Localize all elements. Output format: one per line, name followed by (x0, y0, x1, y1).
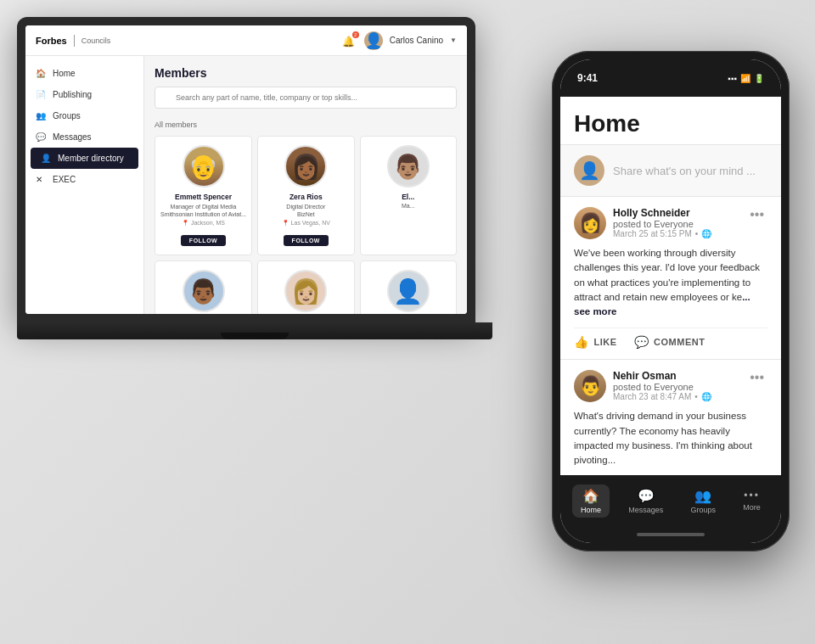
member-avatar-partial (387, 145, 430, 188)
sidebar-label-member-directory: Member directory (58, 154, 124, 163)
wifi-icon: 📶 (740, 74, 750, 83)
members-grid: Emmett Spencer Manager of Digital Media … (155, 136, 457, 314)
member-name-partial: El... (366, 193, 451, 201)
search-wrap: 🔍 (155, 87, 457, 114)
laptop-notch (221, 333, 289, 339)
post-separator-holly: • (695, 229, 699, 238)
sidebar-item-groups[interactable]: 👥 Groups (25, 105, 143, 126)
post-posted-to-nehir: posted to Everyone (613, 382, 711, 392)
username-label: Carlos Canino (390, 36, 443, 45)
phone-header: Home (560, 97, 781, 144)
phone-page-title: Home (574, 110, 767, 137)
member-name-emmett: Emmett Spencer (160, 193, 246, 201)
member-avatar-r2c1: 👨🏾 (183, 270, 225, 312)
follow-button-zera[interactable]: FOLLOW (284, 235, 329, 246)
member-avatar-r2c2: 👩🏼 (284, 270, 327, 312)
comment-button-holly[interactable]: 💬 COMMENT (634, 335, 705, 349)
post-meta-nehir: Nehir Osman posted to Everyone March 23 … (613, 370, 711, 401)
post-header-nehir: 👨 Nehir Osman posted to Everyone March 2… (574, 370, 767, 402)
laptop-sidebar: 🏠 Home 📄 Publishing 👥 Groups 💬 (25, 56, 144, 314)
laptop-body: Forbes Councils 2 👤 Carlos Canino ▼ (17, 17, 475, 322)
share-placeholder: Share what's on your mind ... (613, 165, 756, 177)
member-card-r2c1: 👨🏾 (155, 260, 252, 314)
phone-nav-messages[interactable]: 💬 Messages (620, 484, 672, 518)
post-more-nehir[interactable]: ••• (746, 370, 767, 385)
post-meta-holly: Holly Schneider posted to Everyone March… (613, 207, 711, 238)
phone-nav-more[interactable]: ••• More (734, 486, 769, 515)
post-posted-to-holly: posted to Everyone (613, 219, 711, 229)
laptop: Forbes Councils 2 👤 Carlos Canino ▼ (17, 17, 492, 373)
sidebar-item-exec[interactable]: ✕ EXEC (25, 169, 143, 190)
share-avatar: 👤 (574, 155, 604, 186)
councils-label: Councils (82, 36, 111, 45)
post-date-nehir: March 23 at 8:47 AM • 🌐 (613, 392, 711, 401)
topbar-right: 2 👤 Carlos Canino ▼ (342, 31, 457, 50)
post-body-holly: We've been working through diversity cha… (574, 246, 767, 319)
share-box[interactable]: 👤 Share what's on your mind ... (560, 144, 781, 197)
member-avatar-emmett (183, 145, 225, 188)
laptop-topbar: Forbes Councils 2 👤 Carlos Canino ▼ (25, 25, 467, 56)
members-title: Members (155, 66, 457, 80)
scene: Forbes Councils 2 👤 Carlos Canino ▼ (0, 0, 815, 644)
member-company-emmett: Smithsonian Institution of Aviat... (160, 211, 246, 217)
messages-icon: 💬 (36, 132, 46, 142)
phone-nav-groups[interactable]: 👥 Groups (683, 484, 725, 518)
post-date-holly: March 25 at 5:15 PM • 🌐 (613, 229, 711, 238)
post-avatar-holly: 👩 (574, 207, 606, 239)
exec-icon: ✕ (36, 175, 46, 184)
post-actions-holly: 👍 LIKE 💬 COMMENT (574, 328, 767, 349)
user-avatar[interactable]: 👤 (364, 31, 383, 50)
sidebar-item-messages[interactable]: 💬 Messages (25, 126, 143, 148)
member-directory-icon: 👤 (41, 154, 51, 163)
phone-content: Home 👤 Share what's on your mind ... (560, 97, 781, 475)
nav-messages-icon: 💬 (638, 488, 655, 504)
location-icon-emmett: 📍 (182, 220, 189, 226)
post-globe-holly: 🌐 (701, 229, 711, 238)
phone-nav-home[interactable]: 🏠 Home (572, 484, 610, 518)
member-company-zera: BizNet (263, 211, 348, 217)
member-title-zera: Digital Director (263, 203, 348, 210)
sidebar-item-publishing[interactable]: 📄 Publishing (25, 84, 143, 105)
sidebar-item-home[interactable]: 🏠 Home (25, 63, 143, 84)
laptop-base (17, 322, 492, 339)
phone-notch (637, 59, 705, 78)
post-card-nehir: 👨 Nehir Osman posted to Everyone March 2… (560, 360, 781, 475)
post-separator-nehir: • (694, 392, 698, 401)
post-more-holly[interactable]: ••• (746, 207, 767, 222)
sidebar-label-home: Home (53, 69, 76, 78)
comment-icon-holly: 💬 (634, 335, 649, 349)
nav-more-icon: ••• (744, 490, 760, 501)
notification-icon[interactable]: 2 (342, 33, 357, 48)
like-label-holly: LIKE (594, 337, 617, 347)
member-card-emmett: Emmett Spencer Manager of Digital Media … (155, 136, 252, 255)
post-header-holly: 👩 Holly Schneider posted to Everyone Mar… (574, 207, 767, 239)
nav-more-label: More (743, 503, 761, 512)
member-company-partial: Ma... (366, 203, 451, 209)
nav-messages-label: Messages (628, 506, 663, 514)
phone-bottom-nav: 🏠 Home 💬 Messages 👥 Groups ••• More (560, 475, 781, 526)
signal-icon: ▪▪▪ (728, 74, 737, 83)
location-icon-zera: 📍 (282, 220, 289, 226)
search-input[interactable] (155, 87, 457, 109)
post-author-name-holly: Holly Schneider (613, 207, 711, 219)
post-author-info-nehir: 👨 Nehir Osman posted to Everyone March 2… (574, 370, 711, 402)
notification-badge-count: 2 (352, 31, 359, 38)
laptop-logo: Forbes Councils (36, 35, 110, 47)
post-date-text-nehir: March 23 at 8:47 AM (613, 392, 691, 401)
sidebar-label-publishing: Publishing (53, 90, 92, 99)
member-avatar-r2c3: 👤 (387, 270, 430, 312)
member-avatar-zera (284, 145, 327, 188)
phone-home-bar (560, 526, 781, 543)
post-date-text-holly: March 25 at 5:15 PM (613, 229, 692, 238)
like-button-holly[interactable]: 👍 LIKE (574, 335, 617, 349)
user-dropdown-icon[interactable]: ▼ (450, 36, 457, 44)
follow-button-emmett[interactable]: FOLLOW (181, 235, 226, 246)
forbes-brand: Forbes (36, 36, 67, 46)
post-author-name-nehir: Nehir Osman (613, 370, 711, 382)
brand-separator (74, 35, 75, 47)
phone-feed: 👤 Share what's on your mind ... 👩 (560, 144, 781, 475)
phone-time: 9:41 (577, 72, 598, 84)
post-avatar-nehir: 👨 (574, 370, 606, 402)
post-author-info-holly: 👩 Holly Schneider posted to Everyone Mar… (574, 207, 711, 239)
sidebar-item-member-directory[interactable]: 👤 Member directory (31, 148, 138, 169)
